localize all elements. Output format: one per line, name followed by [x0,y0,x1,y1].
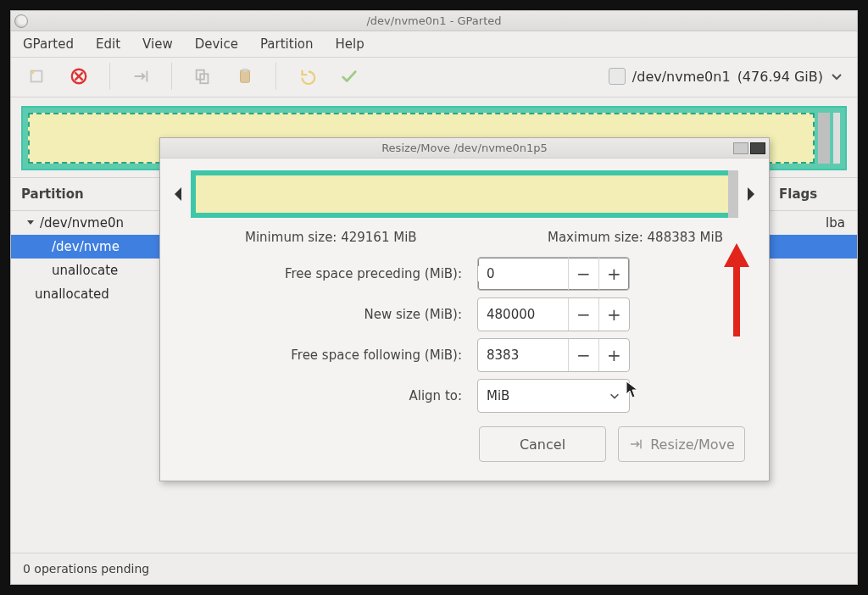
dialog-titlebar[interactable]: Resize/Move /dev/nvme0n1p5 [160,138,769,158]
svg-point-1 [31,71,35,75]
newsize-value: 480000 [478,307,568,322]
apply-button[interactable] [332,61,366,92]
align-value: MiB [487,388,509,403]
delete-partition-button[interactable] [62,61,96,92]
partition-name: unallocated [35,286,109,302]
align-combo[interactable]: MiB [477,379,630,413]
partition-flag: lba [826,215,845,231]
toolbar: /dev/nvme0n1 (476.94 GiB) [11,58,857,97]
newsize-increment[interactable]: + [598,298,629,331]
window-title: /dev/nvme0n1 - GParted [11,14,857,27]
preceding-spinbox[interactable]: 0 − + [477,257,630,291]
column-flags[interactable]: Flags [779,186,847,202]
menu-view[interactable]: View [142,36,173,52]
preceding-increment[interactable]: + [598,258,629,290]
following-spinbox[interactable]: 8383 − + [477,338,630,372]
device-path: /dev/nvme0n1 [632,69,731,85]
dialog-body: Minimum size: 429161 MiB Maximum size: 4… [160,158,769,481]
dialog-title: Resize/Move /dev/nvme0n1p5 [160,142,769,154]
partition-name: unallocate [52,263,118,278]
minimize-button[interactable] [733,142,748,154]
maximize-button[interactable] [750,142,765,154]
partition-name: /dev/nvme [52,239,120,254]
following-increment[interactable]: + [598,339,629,371]
slider-right-handle[interactable] [745,170,757,218]
following-value: 8383 [478,348,568,363]
statusbar: 0 operations pending [11,553,857,584]
menu-partition[interactable]: Partition [260,36,314,52]
newsize-spinbox[interactable]: 480000 − + [477,298,630,331]
newsize-label: New size (MiB): [172,307,477,322]
menu-device[interactable]: Device [195,36,238,52]
new-partition-button[interactable] [19,61,53,92]
device-size: (476.94 GiB) [737,69,823,85]
menu-gparted[interactable]: GParted [23,36,74,52]
minimum-size-label: Minimum size: 429161 MiB [245,230,417,245]
svg-rect-6 [242,69,248,72]
chevron-down-icon [830,70,843,83]
newsize-decrement[interactable]: − [568,298,598,331]
partition-name: /dev/nvme0n [40,215,124,231]
menubar: GParted Edit View Device Partition Help [11,31,857,58]
preceding-value: 0 [478,266,568,281]
toolbar-separator [109,63,110,90]
preceding-decrement[interactable]: − [568,258,598,290]
following-decrement[interactable]: − [568,339,598,371]
following-label: Free space following (MiB): [172,348,477,363]
expand-collapse-icon[interactable] [26,219,35,227]
undo-button[interactable] [290,61,324,92]
maximum-size-label: Maximum size: 488383 MiB [548,230,723,245]
preceding-label: Free space preceding (MiB): [172,266,477,281]
partition-size-slider[interactable] [191,170,738,218]
main-window-titlebar[interactable]: /dev/nvme0n1 - GParted [11,11,857,31]
copy-button[interactable] [186,61,220,92]
svg-rect-5 [241,70,250,83]
resize-icon [628,437,643,452]
operations-pending: 0 operations pending [23,562,149,576]
partition-graph-unallocated[interactable] [818,113,830,164]
screen: /dev/nvme0n1 - GParted GParted Edit View… [0,0,868,595]
debian-swirl-icon [14,14,28,28]
chevron-down-icon [609,390,620,402]
toolbar-separator-2 [171,63,172,90]
disk-icon [609,68,626,85]
menu-edit[interactable]: Edit [96,36,120,52]
toolbar-separator-3 [275,63,276,90]
partition-graph-unallocated-2[interactable] [833,113,840,164]
cancel-button[interactable]: Cancel [479,426,606,462]
resize-move-dialog: Resize/Move /dev/nvme0n1p5 [159,137,770,481]
slider-free-following [728,170,738,218]
device-selector[interactable]: /dev/nvme0n1 (476.94 GiB) [604,63,849,90]
resize-move-button[interactable]: Resize/Move [618,426,745,462]
align-label: Align to: [172,388,477,403]
menu-help[interactable]: Help [336,36,364,52]
slider-left-handle[interactable] [172,170,184,218]
gparted-window: /dev/nvme0n1 - GParted GParted Edit View… [10,10,858,585]
resize-button[interactable] [124,61,158,92]
paste-button[interactable] [228,61,262,92]
